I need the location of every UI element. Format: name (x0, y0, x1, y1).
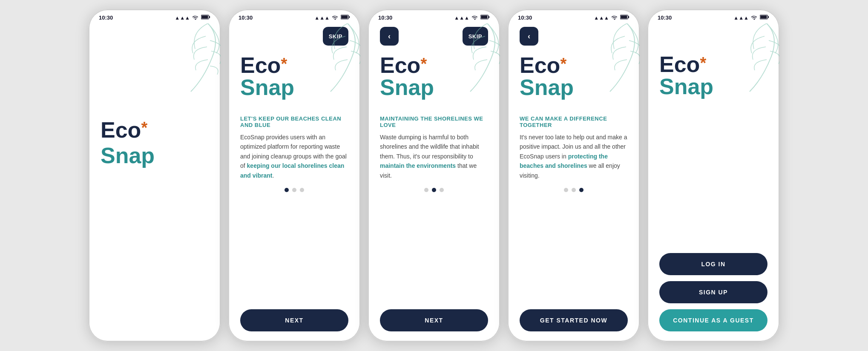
signal-icon-2: ▲▲▲ (314, 15, 330, 21)
wifi-icon (192, 14, 199, 21)
back-button-3[interactable]: ‹ (380, 27, 399, 46)
get-started-button[interactable]: GET STARTED NOW (520, 309, 628, 331)
battery-icon-5 (760, 14, 769, 21)
logo-asterisk-2: * (281, 56, 287, 72)
logo-asterisk-3: * (420, 56, 427, 72)
signal-icon-4: ▲▲▲ (594, 15, 609, 21)
logo-asterisk-1: * (141, 119, 147, 137)
battery-icon-2 (341, 14, 350, 21)
status-time: 10:30 (99, 14, 113, 21)
next-button-1[interactable]: NEXT (240, 309, 348, 331)
dot-2-1 (424, 188, 428, 192)
status-time-5: 10:30 (658, 14, 672, 21)
status-bar-5: 10:30 ▲▲▲ (647, 9, 779, 23)
status-icons-3: ▲▲▲ (454, 14, 490, 21)
status-bar-4: 10:30 ▲▲▲ (508, 9, 640, 23)
signup-button[interactable]: SIGN UP (659, 281, 767, 303)
dots-2 (380, 188, 488, 192)
svg-rect-14 (768, 16, 769, 18)
dot-1-2 (292, 188, 296, 192)
onboarding1-heading: LET'S KEEP OUR BEACHES CLEAN AND BLUE (240, 115, 348, 128)
leaf-decoration (165, 23, 221, 96)
wifi-icon-4 (611, 14, 618, 21)
logo-eco-1: Eco* (101, 117, 209, 143)
status-time-4: 10:30 (518, 14, 532, 21)
leaf-decoration-5 (724, 23, 779, 96)
leaf-decoration-4 (584, 23, 640, 96)
svg-rect-7 (481, 16, 487, 19)
onboarding1-content: SKIP Eco* Snap LET'S KEEP OUR BEACHES CL… (228, 23, 360, 342)
logo-block-1: Eco* Snap (101, 117, 209, 168)
onboarding3-heading: WE CAN MAKE A DIFFERENCE TOGETHER (520, 115, 628, 128)
splash-screen-content: Eco* Snap (89, 23, 221, 342)
signal-icon-5: ▲▲▲ (733, 15, 749, 21)
status-bar-1: 10:30 ▲▲▲ (89, 9, 221, 23)
svg-rect-11 (628, 16, 629, 18)
next-button-2[interactable]: NEXT (380, 309, 488, 331)
svg-rect-13 (760, 16, 767, 19)
leaf-decoration-3 (445, 23, 500, 96)
status-time-2: 10:30 (239, 14, 253, 21)
status-icons-5: ▲▲▲ (733, 14, 769, 21)
status-icons: ▲▲▲ (175, 14, 210, 21)
wifi-icon-5 (751, 14, 758, 21)
phone-screen-5: 10:30 ▲▲▲ Eco* (647, 9, 779, 342)
phone-screen-1: 10:30 ▲▲▲ (89, 9, 221, 342)
battery-icon-3 (480, 14, 490, 21)
phone-screen-2: 10:30 ▲▲▲ SKIP (228, 9, 360, 342)
dot-3-1 (564, 188, 568, 192)
dot-3-2 (572, 188, 576, 192)
dots-1 (240, 188, 348, 192)
logo-asterisk-5: * (700, 55, 706, 71)
guest-button[interactable]: CONTINUE AS A GUEST (659, 309, 767, 331)
svg-rect-2 (209, 16, 210, 18)
onboarding2-content: ‹ SKIP Eco* Snap MAINTAINING THE SHORELI… (368, 23, 500, 342)
onboarding1-body: EcoSnap provides users with an optimized… (240, 132, 348, 180)
dot-2-2 (432, 188, 436, 192)
status-bar-2: 10:30 ▲▲▲ (228, 9, 360, 23)
svg-rect-1 (201, 16, 208, 19)
signal-icon-3: ▲▲▲ (454, 15, 469, 21)
auth-content: Eco* Snap LOG IN SIGN UP CONTINUE AS A G… (647, 23, 779, 342)
svg-rect-10 (621, 16, 627, 19)
wifi-icon-2 (332, 14, 339, 21)
onboarding2-link: maintain the environments (380, 162, 456, 169)
dot-3-3 (579, 188, 583, 192)
svg-rect-5 (349, 16, 350, 18)
onboarding1-link: keeping our local shorelines clean and v… (240, 162, 344, 178)
back-button-4[interactable]: ‹ (520, 27, 538, 46)
battery-icon-4 (620, 14, 629, 21)
svg-rect-8 (489, 16, 490, 18)
onboarding2-heading: MAINTAINING THE SHORELINES WE LOVE (380, 115, 488, 128)
login-button[interactable]: LOG IN (659, 253, 767, 275)
dot-1-3 (300, 188, 304, 192)
wifi-icon-3 (471, 14, 478, 21)
status-icons-2: ▲▲▲ (314, 14, 350, 21)
phone-screen-4: 10:30 ▲▲▲ ‹ (508, 9, 640, 342)
phone-screen-3: 10:30 ▲▲▲ ‹ (368, 9, 500, 342)
leaf-decoration-2 (305, 23, 360, 96)
signal-icon: ▲▲▲ (175, 15, 190, 21)
logo-snap-1: Snap (101, 143, 209, 168)
battery-icon (201, 14, 210, 21)
logo-asterisk-4: * (560, 56, 566, 72)
onboarding3-content: ‹ Eco* Snap WE CAN MAKE A DIFFERENCE TOG… (508, 23, 640, 342)
status-icons-4: ▲▲▲ (594, 14, 629, 21)
status-bar-3: 10:30 ▲▲▲ (368, 9, 500, 23)
status-time-3: 10:30 (378, 14, 392, 21)
onboarding3-body: It's never too late to help out and make… (520, 132, 628, 180)
onboarding2-body: Waste dumping is harmful to both shoreli… (380, 132, 488, 180)
auth-buttons: LOG IN SIGN UP CONTINUE AS A GUEST (659, 253, 767, 331)
dot-1-1 (285, 188, 289, 192)
dots-3 (520, 188, 628, 192)
svg-rect-4 (341, 16, 348, 19)
dot-2-3 (440, 188, 444, 192)
